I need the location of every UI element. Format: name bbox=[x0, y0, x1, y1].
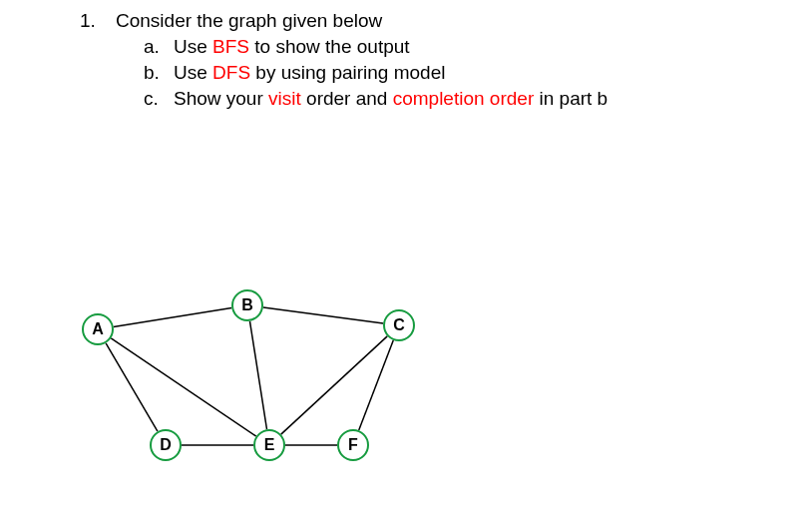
keyword-dfs: DFS bbox=[212, 62, 250, 83]
graph-diagram: ABCDEF bbox=[70, 269, 439, 459]
sub-text: Use BFS to show the output bbox=[174, 36, 410, 58]
node-B: B bbox=[231, 289, 263, 321]
question-text: Consider the graph given below bbox=[116, 10, 382, 32]
node-A: A bbox=[82, 313, 114, 345]
node-F: F bbox=[337, 429, 369, 461]
sub-item-a: a. Use BFS to show the output bbox=[144, 36, 812, 58]
edge-C-F bbox=[359, 340, 394, 430]
keyword-bfs: BFS bbox=[212, 36, 249, 57]
main-question: 1. Consider the graph given below bbox=[80, 10, 812, 32]
question-number: 1. bbox=[80, 10, 116, 32]
sub-item-c: c. Show your visit order and completion … bbox=[144, 88, 812, 110]
edge-A-D bbox=[106, 343, 158, 431]
edge-B-C bbox=[263, 307, 383, 323]
sub-item-b: b. Use DFS by using pairing model bbox=[144, 62, 812, 84]
sub-text: Use DFS by using pairing model bbox=[174, 62, 445, 84]
edge-C-E bbox=[281, 336, 387, 434]
sub-items: a. Use BFS to show the output b. Use DFS… bbox=[80, 36, 812, 110]
edge-A-B bbox=[114, 308, 231, 327]
sub-marker: a. bbox=[144, 36, 174, 58]
node-E: E bbox=[253, 429, 285, 461]
edge-B-E bbox=[249, 321, 266, 429]
sub-text: Show your visit order and completion ord… bbox=[174, 88, 608, 110]
sub-marker: c. bbox=[144, 88, 174, 110]
keyword-completion: completion order bbox=[393, 88, 535, 109]
keyword-visit: visit bbox=[268, 88, 301, 109]
question-block: 1. Consider the graph given below a. Use… bbox=[0, 0, 812, 110]
node-C: C bbox=[383, 309, 415, 341]
node-D: D bbox=[150, 429, 182, 461]
sub-marker: b. bbox=[144, 62, 174, 84]
edge-A-E bbox=[111, 338, 255, 436]
